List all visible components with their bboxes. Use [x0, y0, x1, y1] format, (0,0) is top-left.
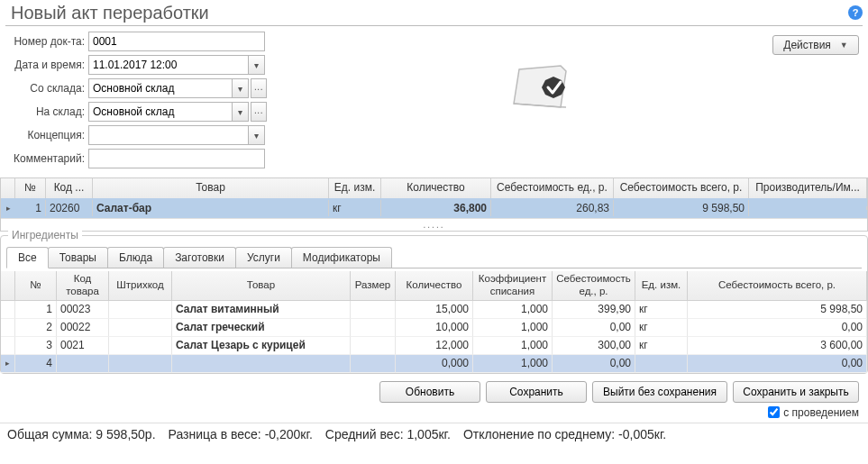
tab-semis[interactable]: Заготовки [163, 247, 236, 268]
col-code[interactable]: Код ... [46, 178, 93, 198]
concept-label: Концепция: [5, 129, 88, 141]
save-and-close-button[interactable]: Сохранить и закрыть [733, 381, 859, 403]
cell-qty[interactable]: 36,800 [381, 200, 491, 216]
ingredients-cell-barcode [109, 355, 172, 373]
col-cost-unit[interactable]: Себестоимость ед., р. [491, 178, 614, 198]
ing-col-cost-total[interactable]: Себестоимость всего, р. [688, 271, 867, 301]
ing-col-product[interactable]: Товар [172, 271, 351, 301]
from-store-input[interactable] [88, 78, 233, 98]
col-num[interactable]: № [15, 178, 46, 198]
from-store-label: Со склада: [5, 82, 88, 95]
document-checkmark-icon [501, 53, 580, 116]
ingredients-cell-product[interactable]: Салат витаминный [172, 301, 351, 319]
ingredients-fieldset: Ингредиенты Все Товары Блюда Заготовки У… [0, 235, 868, 374]
ingredients-cell-barcode [109, 337, 172, 355]
main-grid[interactable]: № Код ... Товар Ед. изм. Количество Себе… [0, 177, 868, 232]
ingredients-cell-code: 0021 [57, 337, 109, 355]
tab-services[interactable]: Услуги [235, 247, 292, 268]
ingredients-cell-code [57, 355, 109, 373]
col-product[interactable]: Товар [93, 178, 329, 198]
ing-col-coef[interactable]: Коэффициент списания [473, 271, 553, 301]
to-store-dropdown-button[interactable] [233, 102, 249, 122]
update-button[interactable]: Обновить [379, 381, 480, 403]
ingredients-cell-cost_total: 0,00 [688, 355, 867, 373]
ingredients-cell-cost_total: 3 600,00 [688, 337, 867, 355]
doc-number-label: Номер док-та: [5, 35, 88, 48]
status-bar: Общая сумма: 9 598,50р. Разница в весе: … [0, 423, 868, 445]
exit-no-save-button[interactable]: Выйти без сохранения [592, 381, 727, 403]
actions-dropdown[interactable]: Действия ▼ [772, 35, 859, 55]
concept-dropdown-button[interactable] [249, 125, 265, 145]
ingredients-cell-product[interactable] [172, 355, 351, 373]
ingredients-cell-size [351, 355, 396, 373]
ingredients-cell-size [351, 319, 396, 337]
to-store-label: На склад: [5, 105, 88, 118]
chevron-down-icon: ▼ [840, 41, 848, 50]
from-store-dropdown-button[interactable] [233, 78, 249, 98]
ingredients-cell-qty[interactable]: 12,000 [396, 337, 473, 355]
comment-input[interactable] [88, 149, 265, 168]
col-unit[interactable]: Ед. изм. [329, 178, 381, 198]
datetime-dropdown-button[interactable] [249, 55, 265, 75]
ingredients-cell-qty[interactable]: 10,000 [396, 319, 473, 337]
ingredients-tabs: Все Товары Блюда Заготовки Услуги Модифи… [1, 243, 867, 268]
ing-col-code[interactable]: Код товара [57, 271, 109, 301]
ingredients-cell-unit: кг [635, 319, 688, 337]
ingredients-cell-cost_unit: 399,90 [553, 301, 635, 319]
ing-col-barcode[interactable]: Штрихкод [109, 271, 172, 301]
ingredients-row[interactable]: 200022Салат греческий10,0001,0000,00кг0,… [1, 319, 867, 337]
ing-col-qty[interactable]: Количество [396, 271, 473, 301]
tab-all[interactable]: Все [6, 247, 49, 268]
ingredients-legend: Ингредиенты [8, 229, 82, 241]
comment-label: Комментарий: [5, 152, 88, 165]
ingredients-cell-coef: 1,000 [473, 337, 553, 355]
ingredients-cell-num: 4 [15, 355, 57, 373]
ingredients-cell-rowmark [1, 301, 15, 319]
ingredients-cell-cost_total: 0,00 [688, 319, 867, 337]
datetime-input[interactable] [88, 55, 249, 75]
cell-cost-unit: 260,83 [491, 200, 614, 216]
help-icon[interactable]: ? [848, 5, 863, 20]
doc-number-input[interactable] [88, 32, 265, 51]
ing-col-cost-unit[interactable]: Себестоимость ед., р. [553, 271, 635, 301]
ingredients-row[interactable]: 100023Салат витаминный15,0001,000399,90к… [1, 301, 867, 319]
main-grid-row[interactable]: ▸ 1 20260 Салат-бар кг 36,800 260,83 9 5… [1, 198, 867, 218]
tab-modifiers[interactable]: Модификаторы [291, 247, 392, 268]
ing-col-size[interactable]: Размер [351, 271, 396, 301]
to-store-more-button[interactable] [251, 102, 267, 122]
ingredients-row[interactable]: ▸40,0001,0000,000,00 [1, 355, 867, 373]
with-posting-label: с проведением [783, 406, 859, 419]
cell-producer[interactable] [749, 206, 867, 210]
save-button[interactable]: Сохранить [486, 381, 587, 403]
from-store-more-button[interactable] [251, 78, 267, 98]
ingredients-cell-product[interactable]: Салат Цезарь с курицей [172, 337, 351, 355]
ingredients-cell-qty[interactable]: 15,000 [396, 301, 473, 319]
page-title: Новый акт переработки [11, 2, 854, 23]
concept-input[interactable] [88, 125, 249, 145]
col-cost-total[interactable]: Себестоимость всего, р. [614, 178, 749, 198]
ingredients-cell-unit [635, 355, 688, 373]
actions-label: Действия [783, 39, 831, 51]
tab-dishes[interactable]: Блюда [107, 247, 164, 268]
cell-product[interactable]: Салат-бар [93, 200, 329, 216]
ingredients-grid[interactable]: № Код товара Штрихкод Товар Размер Колич… [1, 271, 867, 373]
cell-code: 20260 [46, 200, 93, 216]
ingredients-cell-qty[interactable]: 0,000 [396, 355, 473, 373]
ing-col-num[interactable]: № [15, 271, 57, 301]
col-rowmark [1, 178, 15, 198]
tab-goods[interactable]: Товары [48, 247, 108, 268]
datetime-label: Дата и время: [5, 59, 88, 71]
ingredients-cell-unit: кг [635, 301, 688, 319]
ingredients-cell-cost_unit: 0,00 [553, 319, 635, 337]
ingredients-cell-coef: 1,000 [473, 319, 553, 337]
ingredients-cell-barcode [109, 301, 172, 319]
ingredients-cell-product[interactable]: Салат греческий [172, 319, 351, 337]
col-qty[interactable]: Количество [381, 178, 491, 198]
with-posting-checkbox[interactable] [768, 406, 780, 418]
ingredients-row[interactable]: 30021Салат Цезарь с курицей12,0001,00030… [1, 337, 867, 355]
ingredients-cell-rowmark [1, 319, 15, 337]
to-store-input[interactable] [88, 102, 233, 122]
ing-col-unit[interactable]: Ед. изм. [635, 271, 688, 301]
col-producer[interactable]: Производитель/Им... [749, 178, 867, 198]
cell-unit: кг [329, 200, 381, 216]
